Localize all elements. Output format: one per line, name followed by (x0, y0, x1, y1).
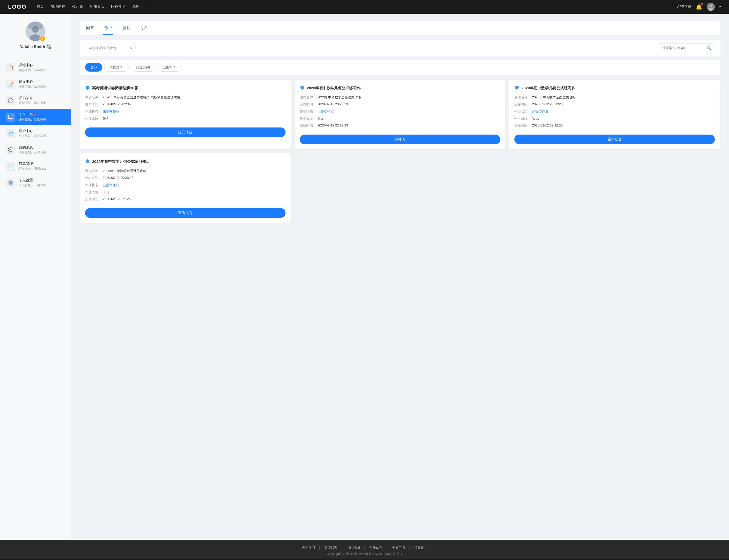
sidebar-item-certificate[interactable]: 证书荣誉 收获荣誉、持证上岗 (0, 92, 71, 109)
app-download[interactable]: APP下载 (677, 5, 691, 9)
footer-link-about[interactable]: 关于我们 (297, 545, 320, 550)
nav-question-bank[interactable]: 题库 (132, 4, 139, 10)
status-btn-all[interactable]: 全部 (85, 63, 102, 72)
messages-title: 我的消息 (19, 145, 46, 150)
nav-discover[interactable]: 发现课程 (51, 4, 65, 10)
svg-rect-14 (50, 47, 51, 48)
card-3-field-complete: 完成时间 2020-02-12 22:12:23 (514, 123, 715, 128)
account-icon: 💎 (6, 129, 15, 138)
certificate-icon (6, 96, 15, 105)
nav-avatar[interactable] (707, 3, 715, 11)
main-container: ⭐ Natalie Smith (0, 14, 729, 540)
nav-chevron-icon[interactable]: ▾ (719, 5, 721, 9)
status-filter: 全部 未提交(4) 已提交(4) 已批阅(4) (80, 60, 720, 75)
svg-point-1 (710, 5, 712, 7)
card-1-submit-btn[interactable]: 提交作业 (85, 127, 285, 137)
notification-badge (701, 3, 703, 5)
card-3-title: 2020年初中数学几何公式练习作... (514, 85, 715, 91)
card-2-field-complete: 完成时间 2020-02-12 22:12:23 (300, 123, 500, 128)
footer-link-partners[interactable]: 合作伙伴 (365, 545, 387, 550)
search-input[interactable] (662, 46, 704, 50)
card-4-field-complete: 完成时间 2020-02-12 22:12:23 (85, 197, 285, 202)
footer-link-hiring[interactable]: 招贤纳士 (410, 545, 432, 550)
avatar-wrapper: ⭐ (25, 21, 46, 41)
nav-more[interactable]: ··· (146, 4, 150, 10)
footer-link-franchise[interactable]: 加盟代理 (320, 545, 342, 550)
qa-badge (34, 114, 36, 116)
footer-link-sitemap[interactable]: 网站地图 (342, 545, 365, 550)
footer: 关于我们 加盟代理 网站地图 合作伙伴 免责声明 招贤纳士 Copyright©… (0, 540, 729, 560)
tab-qa[interactable]: 问答 (85, 21, 95, 35)
tab-groups[interactable]: 小组 (140, 21, 150, 35)
nav-home[interactable]: 首页 (37, 4, 44, 10)
card-4-title: 2020年初中数学几何公式练习作... (85, 159, 285, 165)
question-bank-icon: 📝 (6, 80, 15, 89)
settings-subtitle: 个人信息、一键管理 (19, 183, 46, 187)
sidebar-item-course-center[interactable]: 📋 课程中心 精彩课程、不容错过 (0, 59, 71, 76)
card-1-field-score: 作业成绩 暂无 (85, 116, 285, 121)
status-btn-submitted[interactable]: 已提交(4) (131, 63, 155, 72)
question-bank-title: 题库中心 (19, 79, 46, 84)
svg-rect-13 (49, 47, 50, 48)
settings-title: 个人设置 (19, 178, 46, 183)
sidebar-item-question-bank[interactable]: 📝 题库中心 海量习题、助力通关 (0, 76, 71, 92)
account-title: 账户中心 (19, 129, 46, 133)
course-center-subtitle: 精彩课程、不容错过 (19, 68, 46, 72)
search-box: 🔍 (659, 44, 715, 52)
settings-icon: ⚙️ (6, 178, 15, 187)
certificate-subtitle: 收获荣誉、持证上岗 (19, 101, 46, 105)
nav-news[interactable]: 新闻资讯 (90, 4, 104, 10)
course-select[interactable]: 请选择课程/课程包 (85, 44, 136, 52)
orders-icon: 📄 (6, 162, 15, 171)
homework-card-2: 2020年初中数学几何公式练习作... 课次名称 2020年中考数学全面过关攻略… (295, 80, 505, 149)
card-3-resubmit-btn[interactable]: 重新提交 (514, 135, 715, 144)
card-2-field-course: 课次名称 2020年中考数学全面过关攻略 (300, 95, 500, 100)
certificate-title: 证书荣誉 (19, 96, 46, 100)
sidebar-item-messages[interactable]: 💬 我的消息 消息通知、及时了解 (0, 142, 71, 158)
nav-qa[interactable]: 问答社区 (111, 4, 125, 10)
messages-icon: 💬 (6, 145, 15, 155)
footer-links: 关于我们 加盟代理 网站地图 合作伙伴 免责声明 招贤纳士 (0, 545, 729, 550)
nav-open-course[interactable]: 公开课 (72, 4, 83, 10)
tab-homework[interactable]: 作业 (103, 21, 113, 35)
notification-bell[interactable]: 🔔 (696, 4, 702, 10)
card-3-field-score: 作业成绩 暂无 (514, 116, 715, 121)
status-btn-not-submitted[interactable]: 未提交(4) (104, 63, 129, 72)
sidebar-menu: 📋 课程中心 精彩课程、不容错过 📝 题库中心 海量习题、助力通关 (0, 57, 71, 193)
card-4-field-score: 作业成绩 88分 (85, 190, 285, 195)
card-4-view-btn[interactable]: 查看批阅 (85, 208, 285, 218)
orders-subtitle: 订单支出、明明白白 (19, 167, 46, 171)
card-2-title: 2020年初中数学几何公式练习作... (300, 85, 500, 91)
sidebar-item-account[interactable]: 💎 账户中心 个人权益、实时掌握 (0, 125, 71, 142)
card-3-shield-icon (514, 85, 520, 91)
account-subtitle: 个人权益、实时掌握 (19, 134, 46, 138)
tabs-bar: 问答 作业 资料 小组 (80, 21, 720, 35)
card-4-field-status: 作业状态 已批阅作业 (85, 183, 285, 187)
card-2-shield-icon (300, 85, 305, 91)
course-select-wrapper: 请选择课程/课程包 (85, 44, 136, 52)
sidebar: ⭐ Natalie Smith (0, 14, 71, 540)
card-2-field-status: 作业状态 已提交作业 (300, 109, 500, 114)
sidebar-item-orders[interactable]: 📄 订单管理 订单支出、明明白白 (0, 158, 71, 175)
card-2-review-btn[interactable]: 待批阅 (300, 135, 500, 144)
status-btn-reviewed[interactable]: 已批阅(4) (157, 63, 182, 72)
filter-row: 请选择课程/课程包 🔍 (80, 40, 720, 56)
question-bank-subtitle: 海量习题、助力通关 (19, 84, 46, 89)
avatar-vip-badge: ⭐ (39, 35, 46, 41)
nav-links: 首页 发现课程 公开课 新闻资讯 问答社区 题库 ··· (37, 4, 677, 10)
homework-card-1: 高考英语试卷阅读理解30张 课次名称 2020年高考英语全面过关攻略-第六期零基… (80, 80, 290, 149)
search-icon[interactable]: 🔍 (706, 46, 712, 50)
profile-section: ⭐ Natalie Smith (0, 21, 71, 57)
card-1-title: 高考英语试卷阅读理解30张 (85, 85, 285, 91)
svg-rect-16 (50, 48, 51, 49)
sidebar-item-settings[interactable]: ⚙️ 个人设置 个人信息、一键管理 (0, 175, 71, 191)
sidebar-item-qa[interactable]: 学习问答 课后重温、疑难解答 (0, 109, 71, 125)
card-1-field-status: 作业状态 未提交作业 (85, 109, 285, 114)
tab-materials[interactable]: 资料 (121, 21, 132, 35)
card-1-field-time: 发布时间 2020-02-12 20:23:23 (85, 102, 285, 107)
footer-link-disclaimer[interactable]: 免责声明 (387, 545, 410, 550)
card-1-field-course: 课次名称 2020年高考英语全面过关攻略-第六期零基础语法攻略 (85, 95, 285, 100)
svg-rect-8 (47, 45, 48, 46)
logo[interactable]: LOGO (8, 4, 27, 10)
qr-icon[interactable] (47, 45, 51, 49)
